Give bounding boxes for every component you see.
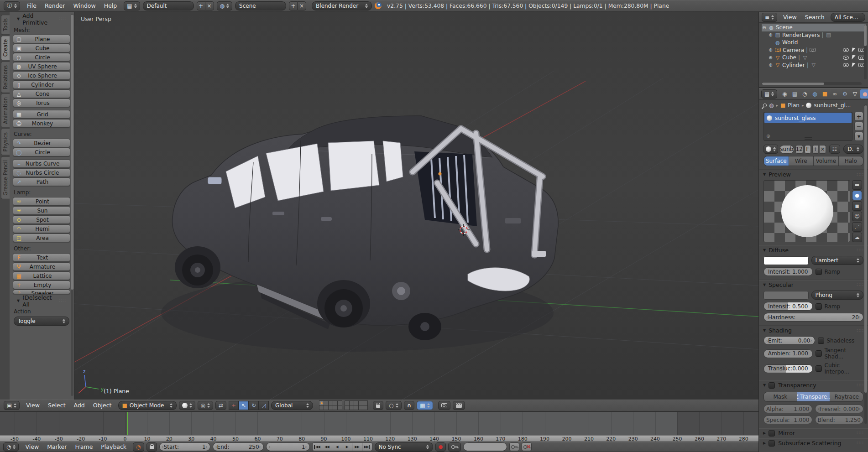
list-resize-grip[interactable]	[805, 137, 812, 140]
outliner-row-cube[interactable]: ⊕▽Cube|▽	[762, 54, 868, 62]
material-users-button[interactable]: 12	[795, 145, 803, 154]
diffuse-shader-select[interactable]: Lambert	[811, 256, 864, 265]
render-opengl-button[interactable]	[438, 401, 450, 410]
tool-shelf-tab-relations[interactable]: Relations	[1, 62, 10, 93]
layout-add-button[interactable]: +	[197, 1, 205, 10]
shading-slider[interactable]: Ambien: 1.000	[763, 349, 813, 358]
preview-range-toggle[interactable]: ◔	[133, 442, 144, 452]
screen-layout-field[interactable]: Default	[143, 1, 194, 10]
tool-shelf-tab-physics[interactable]: Physics	[1, 129, 10, 156]
transform-orientation-select[interactable]: Global	[271, 401, 313, 410]
transparency-mode-ztranspare[interactable]: Z Transpare...	[797, 392, 830, 401]
pin-icon[interactable]	[762, 103, 767, 108]
context-tab-constraints[interactable]: ∞	[830, 89, 839, 99]
layer-cell[interactable]	[329, 405, 333, 410]
specular-shader-select[interactable]: Phong	[811, 291, 864, 300]
translate-manipulator-button[interactable]: ↖	[239, 401, 249, 410]
action-select[interactable]: Toggle	[14, 317, 69, 326]
snap-element-select[interactable]: ▦	[417, 401, 433, 410]
expand-toggle-icon[interactable]: ⊕	[768, 62, 773, 68]
play-button[interactable]: ▶	[342, 442, 352, 451]
expand-toggle-icon[interactable]: ⊖	[762, 25, 767, 30]
screen-layout-browse[interactable]: ▤	[124, 1, 140, 10]
shelf-button-empty[interactable]: +Empty	[13, 281, 70, 289]
shelf-button-bezier[interactable]: ↷Bezier	[13, 139, 70, 147]
layer-cell[interactable]	[350, 405, 354, 410]
view3d-menu-select[interactable]: Select	[44, 402, 70, 409]
outliner-hscrollbar[interactable]	[762, 82, 862, 85]
layer-cell[interactable]	[363, 401, 367, 405]
editor-type-info[interactable]: ⓘ	[4, 1, 20, 10]
shelf-button-circle-curve[interactable]: ◯Circle	[13, 148, 70, 156]
current-frame-field[interactable]: ‹1›	[266, 442, 310, 451]
insert-keyframe-button[interactable]	[509, 442, 519, 451]
checkbox[interactable]	[816, 350, 822, 357]
outliner-row-renderlayers[interactable]: ⊕▤RenderLayers|▤	[762, 31, 868, 39]
shelf-button-cube[interactable]: ▣Cube	[13, 44, 70, 52]
outliner-row-camera[interactable]: ⊕Camera|	[762, 47, 868, 54]
context-tab-object-data[interactable]: ▽	[850, 89, 859, 99]
hardness-field[interactable]: ‹Hardness: 20›	[763, 313, 863, 322]
shelf-button-circle[interactable]: ○Circle	[13, 53, 70, 62]
record-button[interactable]: ●	[435, 442, 446, 452]
render-opengl-animation-button[interactable]	[453, 401, 465, 410]
timeline-ruler[interactable]: -50-40-30-20-100102030405060708090100110…	[0, 435, 758, 442]
transparency-field-blend[interactable]: Blend:1.250	[815, 416, 864, 424]
layer-cell[interactable]	[354, 401, 358, 405]
specular-intensity-slider[interactable]: Intensit: 0.500	[763, 302, 813, 311]
preview-sphere-button[interactable]: ●	[852, 191, 862, 200]
panel-grip-icon[interactable]: ∷∷	[59, 298, 66, 304]
panel-grip-icon[interactable]: ∷∷	[59, 16, 66, 22]
link-data-select[interactable]: Data	[843, 145, 863, 154]
timeline-menu-playback[interactable]: Playback	[97, 443, 131, 450]
layers-group-1[interactable]	[319, 400, 342, 410]
sync-mode-select[interactable]: No Sync	[375, 442, 433, 452]
editor-type-outliner[interactable]: ≡	[762, 13, 777, 22]
panel-grip-icon[interactable]: ∷∷	[857, 247, 864, 253]
outliner-row-scene[interactable]: ⊖◍Scene	[762, 24, 866, 31]
preview-hair-button[interactable]: ⋰	[852, 222, 862, 232]
menu-window[interactable]: Window	[69, 2, 99, 9]
layer-cell[interactable]	[324, 405, 328, 410]
lock-to-scene-toggle[interactable]	[373, 401, 383, 410]
expand-toggle-icon[interactable]: ⊕	[768, 32, 773, 37]
transparency-mode-raytrace[interactable]: Raytrace	[830, 392, 863, 401]
scale-manipulator-button[interactable]: ◿	[259, 401, 269, 410]
panel-grip-icon[interactable]: ∷∷	[857, 440, 864, 446]
layer-cell[interactable]	[338, 405, 342, 410]
layer-cell[interactable]	[319, 405, 324, 410]
timeline-menu-marker[interactable]: Marker	[43, 443, 71, 450]
selectability-cursor-icon[interactable]	[852, 55, 855, 60]
context-tab-render[interactable]: ◉	[780, 89, 789, 99]
specular-ramp-checkbox[interactable]	[816, 303, 822, 310]
visibility-eye-icon[interactable]	[843, 48, 849, 52]
context-tab-scene[interactable]: ◔	[800, 89, 809, 99]
shelf-button-cylinder[interactable]: ▯Cylinder	[13, 80, 70, 89]
context-tab-render-layers[interactable]: ▤	[790, 89, 799, 99]
slot-specials-button[interactable]: ▼	[854, 132, 863, 141]
emit-field[interactable]: ‹Emit:0.00›	[763, 336, 815, 345]
editor-type-view3d[interactable]: ▣	[4, 401, 20, 410]
play-reverse-button[interactable]: ◀	[332, 442, 342, 451]
outliner-menu-view[interactable]: View	[779, 14, 801, 21]
scene-add-button[interactable]: +	[289, 1, 298, 10]
material-type-wire[interactable]: Wire	[789, 156, 814, 166]
visibility-eye-icon[interactable]	[843, 63, 849, 67]
panel-grip-icon[interactable]: ∷∷	[857, 282, 864, 288]
outliner-row-cylinder[interactable]: ⊕▽Cylinder|▽	[762, 62, 868, 69]
timeline-tracks[interactable]	[0, 411, 758, 435]
viewport-shading-select[interactable]	[179, 401, 195, 410]
manipulator-toggle-button[interactable]: +	[229, 401, 239, 410]
add-primitive-panel-header[interactable]: ▼ Add Primitive ∷∷	[13, 14, 70, 24]
context-tab-material[interactable]: ●	[860, 89, 868, 99]
selectability-cursor-icon[interactable]	[852, 47, 855, 52]
tool-shelf-tab-create[interactable]: Create	[1, 36, 10, 60]
render-engine-select[interactable]: Blender Render	[312, 1, 372, 10]
pivot-point-select[interactable]: ◎	[198, 401, 213, 410]
proportional-edit-select[interactable]: ○	[386, 401, 401, 410]
preview-monkey-button[interactable]: ☺	[852, 212, 862, 221]
material-browse[interactable]	[763, 145, 778, 154]
timeline-menu-view[interactable]: View	[21, 443, 43, 450]
layer-cell[interactable]	[350, 401, 354, 405]
breadcrumb-material[interactable]: sunburst_gl...	[814, 102, 851, 109]
